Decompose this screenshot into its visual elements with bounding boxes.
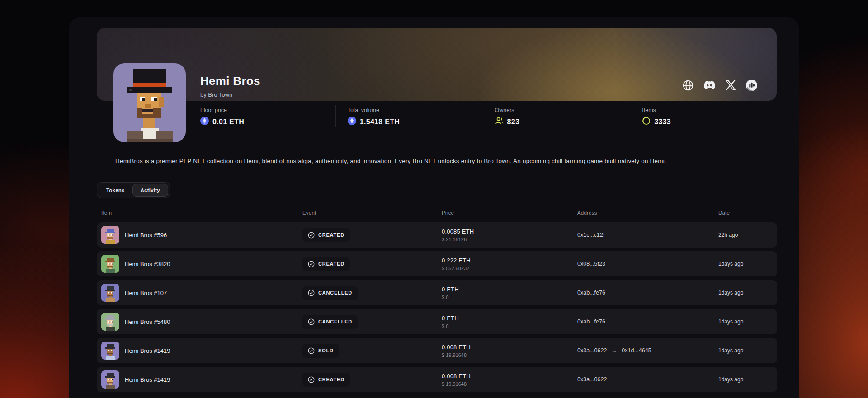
item-name: Hemi Bros #3820 xyxy=(125,261,170,267)
item-name: Hemi Bros #5480 xyxy=(125,318,170,325)
collection-avatar xyxy=(113,63,186,142)
price-eth: 0.0085 ETH xyxy=(442,228,577,235)
website-globe-icon[interactable] xyxy=(682,79,694,91)
stat-items: Items 3333 xyxy=(630,105,777,127)
address-from[interactable]: 0xab...fe76 xyxy=(577,318,605,325)
col-header-item: Item xyxy=(101,210,302,215)
nft-thumbnail xyxy=(101,284,119,302)
owners-icon xyxy=(495,117,504,127)
tab-tokens[interactable]: Tokens xyxy=(99,184,132,197)
tab-bar: Tokens Activity xyxy=(97,182,170,198)
col-header-event: Event xyxy=(302,210,442,215)
nft-thumbnail xyxy=(101,370,119,389)
address-from[interactable]: 0x3a...0622 xyxy=(577,347,607,354)
address-to[interactable]: 0x1d...4645 xyxy=(622,347,651,354)
price-usd: $ 552.68232 xyxy=(442,266,577,271)
table-header: Item Event Price Address Date xyxy=(97,210,777,215)
collection-title: Hemi Bros xyxy=(200,74,260,88)
event-label: SOLD xyxy=(318,348,334,353)
social-links xyxy=(682,79,758,91)
discord-icon[interactable] xyxy=(703,79,715,91)
address-from[interactable]: 0x3a...0622 xyxy=(577,376,607,383)
stats-bar: Floor price 0.01 ETH Total volume 1.5418… xyxy=(200,105,777,127)
address-from[interactable]: 0x08...5f23 xyxy=(577,261,605,267)
stat-floor-price: Floor price 0.01 ETH xyxy=(200,105,335,127)
event-badge: CREATED xyxy=(302,228,350,242)
event-date: 1days ago xyxy=(718,318,777,325)
event-badge: CREATED xyxy=(302,257,350,271)
stat-value: 0.01 ETH xyxy=(212,118,244,126)
price-usd: $ 0 xyxy=(442,295,577,300)
dex-chart-logo-icon[interactable] xyxy=(745,79,758,91)
nft-thumbnail xyxy=(101,255,119,273)
arrow-icon: → xyxy=(611,347,617,354)
nft-thumbnail xyxy=(101,226,119,244)
event-label: CANCELLED xyxy=(318,319,352,324)
col-header-address: Address xyxy=(577,210,718,215)
stat-owners: Owners 823 xyxy=(483,105,630,127)
item-name: Hemi Bros #596 xyxy=(125,232,167,239)
table-row[interactable]: Hemi Bros #107 CANCELLED 0 ETH $ 0 0xab.… xyxy=(97,280,777,305)
price-eth: 0.008 ETH xyxy=(442,344,577,351)
pixel-avatar-art xyxy=(113,63,186,142)
event-label: CREATED xyxy=(318,232,344,238)
table-row[interactable]: Hemi Bros #596 CREATED 0.0085 ETH $ 21.1… xyxy=(97,222,777,248)
stat-total-volume: Total volume 1.5418 ETH xyxy=(335,105,483,127)
col-header-price: Price xyxy=(442,210,577,215)
collection-banner xyxy=(97,28,777,101)
stat-label: Floor price xyxy=(200,107,335,113)
x-twitter-icon[interactable] xyxy=(724,79,736,91)
event-date: 1days ago xyxy=(718,290,777,296)
item-name: Hemi Bros #1419 xyxy=(125,347,170,354)
event-label: CANCELLED xyxy=(318,290,352,295)
check-circle-icon xyxy=(308,232,315,239)
collection-creator: by Bro Town xyxy=(200,91,260,98)
nft-thumbnail xyxy=(101,342,119,360)
address-from[interactable]: 0xab...fe76 xyxy=(577,290,605,296)
check-circle-icon xyxy=(308,347,315,354)
event-badge: SOLD xyxy=(302,344,339,358)
check-circle-icon xyxy=(308,376,315,383)
table-row[interactable]: Hemi Bros #3820 CREATED 0.222 ETH $ 552.… xyxy=(97,251,777,276)
tab-activity[interactable]: Activity xyxy=(132,184,168,197)
check-circle-icon xyxy=(308,290,315,296)
price-usd: $ 19.91648 xyxy=(442,352,577,358)
event-badge: CREATED xyxy=(302,373,350,387)
address-from[interactable]: 0x1c...c12f xyxy=(577,232,604,238)
table-row[interactable]: Hemi Bros #5480 CANCELLED 0 ETH $ 0 0xab… xyxy=(97,309,777,334)
collection-card: Hemi Bros by Bro Town xyxy=(69,17,799,398)
activity-table: Item Event Price Address Date xyxy=(97,210,777,392)
col-header-date: Date xyxy=(718,210,777,215)
event-date: 1days ago xyxy=(718,376,777,383)
item-name: Hemi Bros #1419 xyxy=(125,376,170,383)
check-circle-icon xyxy=(308,261,315,267)
check-circle-icon xyxy=(308,318,315,325)
event-badge: CANCELLED xyxy=(302,315,358,329)
event-badge: CANCELLED xyxy=(302,286,358,300)
price-usd: $ 21.16126 xyxy=(442,237,577,242)
price-usd: $ 0 xyxy=(442,323,577,329)
event-label: CREATED xyxy=(318,261,344,267)
eth-icon xyxy=(200,117,209,127)
price-eth: 0 ETH xyxy=(442,315,577,322)
price-usd: $ 19.91648 xyxy=(442,381,577,387)
price-eth: 0.008 ETH xyxy=(442,373,577,379)
item-name: Hemi Bros #107 xyxy=(125,290,167,296)
price-eth: 0.222 ETH xyxy=(442,257,577,264)
items-icon xyxy=(642,117,651,127)
stat-value: 3333 xyxy=(654,118,671,126)
stat-label: Total volume xyxy=(348,107,483,113)
table-rows: Hemi Bros #596 CREATED 0.0085 ETH $ 21.1… xyxy=(97,222,777,392)
stat-label: Owners xyxy=(495,107,630,113)
event-date: 1days ago xyxy=(718,347,777,354)
stat-value: 1.5418 ETH xyxy=(360,118,400,126)
stat-value: 823 xyxy=(507,118,520,126)
event-date: 22h ago xyxy=(718,232,777,238)
stat-label: Items xyxy=(642,107,777,113)
event-label: CREATED xyxy=(318,377,344,382)
nft-thumbnail xyxy=(101,313,119,331)
eth-icon xyxy=(348,117,356,127)
table-row[interactable]: Hemi Bros #1419 SOLD 0.008 ETH $ 19.9164… xyxy=(97,338,777,363)
table-row[interactable]: Hemi Bros #1419 CREATED 0.008 ETH $ 19.9… xyxy=(97,367,777,392)
price-eth: 0 ETH xyxy=(442,286,577,293)
